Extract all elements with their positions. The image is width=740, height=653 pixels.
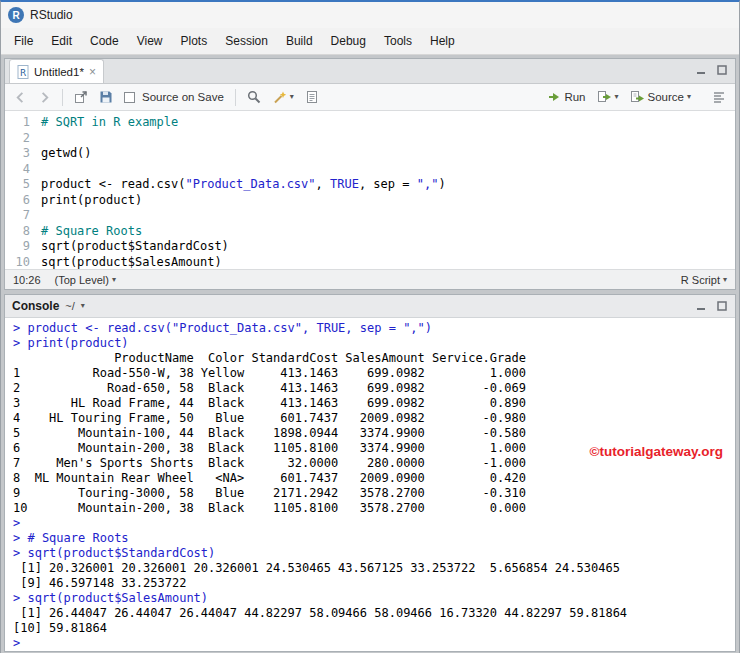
document-outline-button[interactable] bbox=[708, 88, 730, 106]
code-text: sqrt(product$SalesAmount) bbox=[41, 255, 222, 270]
console-line: 2 Road-650, 58 Black 413.1463 699.0982 -… bbox=[13, 381, 735, 396]
menu-bar: FileEditCodeViewPlotsSessionBuildDebugTo… bbox=[1, 28, 739, 55]
source-on-save-checkbox[interactable]: Source on Save bbox=[120, 89, 228, 105]
line-number: 8 bbox=[5, 224, 41, 240]
menu-item-build[interactable]: Build bbox=[277, 28, 322, 54]
source-on-save-label: Source on Save bbox=[142, 91, 224, 103]
code-line[interactable]: 9sqrt(product$StandardCost) bbox=[5, 239, 735, 255]
code-text: print(product) bbox=[41, 193, 142, 209]
menu-item-code[interactable]: Code bbox=[81, 28, 128, 54]
code-line[interactable]: 6print(product) bbox=[5, 193, 735, 209]
menu-item-view[interactable]: View bbox=[128, 28, 172, 54]
code-text: # Square Roots bbox=[41, 224, 142, 240]
line-number: 5 bbox=[5, 177, 41, 193]
rstudio-logo-icon: R bbox=[8, 7, 24, 23]
maximize-pane-icon[interactable] bbox=[715, 299, 729, 313]
console-line: > # Square Roots bbox=[13, 531, 735, 546]
code-line[interactable]: 10sqrt(product$SalesAmount) bbox=[5, 255, 735, 270]
console-line: > sqrt(product$StandardCost) bbox=[13, 546, 735, 561]
toolbar-separator bbox=[235, 89, 236, 106]
chevron-down-icon: ▾ bbox=[112, 276, 116, 284]
line-number: 9 bbox=[5, 239, 41, 255]
svg-text:R: R bbox=[20, 67, 26, 77]
menu-item-help[interactable]: Help bbox=[421, 28, 464, 54]
console-output: > product <- read.csv("Product_Data.csv"… bbox=[13, 321, 735, 651]
run-button[interactable]: Run bbox=[543, 88, 589, 106]
source-button[interactable]: Source ▾ bbox=[626, 88, 695, 106]
code-line[interactable]: 2 bbox=[5, 131, 735, 147]
window-title: RStudio bbox=[30, 8, 73, 22]
code-text bbox=[41, 131, 48, 147]
line-number: 6 bbox=[5, 193, 41, 209]
menu-item-debug[interactable]: Debug bbox=[322, 28, 375, 54]
console-line: 4 HL Touring Frame, 50 Blue 601.7437 200… bbox=[13, 411, 735, 426]
source-tab-bar: R Untitled1* × bbox=[5, 59, 735, 84]
menu-item-edit[interactable]: Edit bbox=[42, 28, 81, 54]
code-text: # SQRT in R example bbox=[41, 115, 178, 131]
code-line[interactable]: 4 bbox=[5, 162, 735, 178]
console-line: > bbox=[13, 636, 735, 651]
code-token: , bbox=[316, 177, 330, 191]
console-line: > product <- read.csv("Product_Data.csv"… bbox=[13, 321, 735, 336]
tab-untitled1[interactable]: R Untitled1* × bbox=[9, 59, 104, 83]
console-pane: Console ~/ ▾ > product <- read.csv("Prod… bbox=[4, 294, 736, 652]
menu-item-session[interactable]: Session bbox=[216, 28, 277, 54]
menu-item-file[interactable]: File bbox=[5, 28, 42, 54]
scope-label: (Top Level) bbox=[55, 274, 109, 286]
console-line: 10 Mountain-200, 38 Black 1105.8100 3578… bbox=[13, 501, 735, 516]
console-line: [10] 59.81864 bbox=[13, 621, 735, 636]
save-button[interactable] bbox=[95, 88, 117, 106]
rerun-button[interactable]: ▾ bbox=[593, 88, 623, 106]
menu-item-tools[interactable]: Tools bbox=[375, 28, 421, 54]
console-line: 3 HL Road Frame, 44 Black 413.1463 699.0… bbox=[13, 396, 735, 411]
checkbox-icon[interactable] bbox=[124, 92, 135, 103]
code-token: ) bbox=[438, 177, 445, 191]
menu-item-plots[interactable]: Plots bbox=[172, 28, 217, 54]
console-line: [1] 26.44047 26.44047 26.44047 44.82297 … bbox=[13, 606, 735, 621]
r-script-file-icon: R bbox=[17, 65, 29, 79]
chevron-down-icon: ▾ bbox=[723, 276, 727, 284]
code-text bbox=[41, 162, 48, 178]
file-type-selector[interactable]: R Script ▾ bbox=[681, 274, 727, 286]
chevron-down-icon: ▾ bbox=[290, 93, 294, 101]
code-line[interactable]: 5product <- read.csv("Product_Data.csv",… bbox=[5, 177, 735, 193]
minimize-pane-icon[interactable] bbox=[694, 63, 708, 77]
find-replace-button[interactable] bbox=[243, 88, 265, 106]
compile-report-button[interactable] bbox=[301, 88, 323, 106]
toolbar-separator bbox=[62, 89, 63, 106]
popout-window-button[interactable] bbox=[70, 88, 92, 106]
code-text: getwd() bbox=[41, 146, 92, 162]
tab-label: Untitled1* bbox=[34, 66, 84, 78]
tab-close-icon[interactable]: × bbox=[89, 66, 96, 78]
maximize-pane-icon[interactable] bbox=[715, 63, 729, 77]
console-line: [9] 46.597148 33.253722 bbox=[13, 576, 735, 591]
rstudio-window: R RStudio FileEditCodeViewPlotsSessionBu… bbox=[0, 0, 740, 653]
code-editor[interactable]: 1# SQRT in R example2 3getwd()4 5product… bbox=[5, 111, 735, 269]
minimize-pane-icon[interactable] bbox=[694, 299, 708, 313]
source-toolbar: Source on Save ▾ Run ▾ Source ▾ bbox=[5, 84, 735, 111]
code-line[interactable]: 3getwd() bbox=[5, 146, 735, 162]
forward-button[interactable] bbox=[34, 89, 55, 106]
chevron-down-icon[interactable]: ▾ bbox=[81, 302, 85, 310]
console-header: Console ~/ ▾ bbox=[5, 295, 735, 318]
code-token: getwd() bbox=[41, 146, 92, 160]
source-pane: R Untitled1* × Source on Save bbox=[4, 58, 736, 290]
line-number: 4 bbox=[5, 162, 41, 178]
console-line: > sqrt(product$SalesAmount) bbox=[13, 591, 735, 606]
code-line[interactable]: 1# SQRT in R example bbox=[5, 115, 735, 131]
line-number: 1 bbox=[5, 115, 41, 131]
console-pane-controls bbox=[694, 299, 729, 313]
console-line: [1] 20.326001 20.326001 20.326001 24.530… bbox=[13, 561, 735, 576]
code-line[interactable]: 8# Square Roots bbox=[5, 224, 735, 240]
console-line: 8 ML Mountain Rear Wheel <NA> 601.7437 2… bbox=[13, 471, 735, 486]
code-tools-wand-button[interactable]: ▾ bbox=[268, 88, 298, 106]
code-token: "," bbox=[417, 177, 439, 191]
console-body[interactable]: > product <- read.csv("Product_Data.csv"… bbox=[5, 318, 735, 651]
source-pane-controls bbox=[694, 63, 729, 77]
file-type-label: R Script bbox=[681, 274, 720, 286]
back-button[interactable] bbox=[10, 89, 31, 106]
working-directory[interactable]: ~/ bbox=[65, 300, 74, 312]
chevron-down-icon: ▾ bbox=[615, 93, 619, 101]
scope-selector[interactable]: (Top Level) ▾ bbox=[55, 274, 116, 286]
code-line[interactable]: 7 bbox=[5, 208, 735, 224]
